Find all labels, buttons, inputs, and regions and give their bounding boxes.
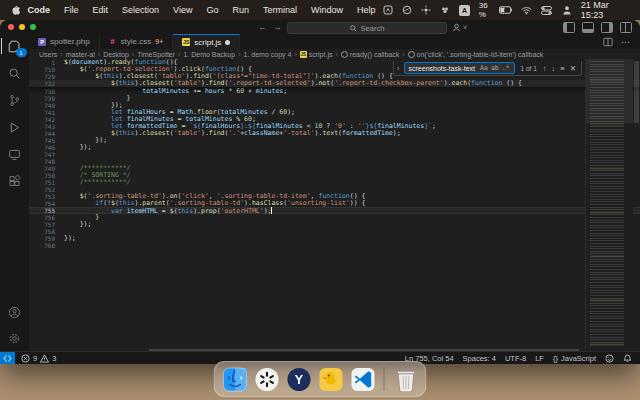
code-line-757[interactable]: 757 }); — [29, 221, 640, 228]
menubar-app-icon-2[interactable] — [402, 5, 412, 16]
search-sidebar-icon[interactable] — [7, 65, 23, 81]
source-control-icon[interactable] — [7, 92, 23, 108]
breadcrumb-item[interactable]: on('click', '.sorting-table-td-item') ca… — [408, 51, 544, 58]
code-line-758[interactable]: 758 — [29, 228, 640, 235]
more-actions-icon[interactable]: ⋯ — [621, 37, 630, 47]
explorer-badge: 1 — [16, 48, 27, 57]
indentation-button[interactable]: Spaces: 4 — [463, 354, 496, 363]
menu-terminal[interactable]: Terminal — [256, 0, 304, 20]
vscode-dock-icon[interactable] — [350, 366, 376, 392]
breadcrumb-item[interactable]: master-al — [66, 51, 95, 58]
battery-indicator[interactable]: 36 % — [479, 1, 513, 19]
code-line-744[interactable]: 744 $(this).closest('table').find('.'+cl… — [29, 130, 640, 137]
code-line-760[interactable]: 760 — [29, 242, 640, 249]
accounts-icon[interactable] — [7, 304, 23, 320]
menu-go[interactable]: Go — [199, 0, 225, 20]
menu-file[interactable]: File — [57, 0, 86, 20]
minimize-window-button[interactable] — [19, 24, 25, 30]
tab-style.css[interactable]: #style.css9+ — [100, 34, 174, 49]
nav-forward-icon[interactable]: → — [273, 22, 282, 32]
feedback-icon[interactable] — [605, 354, 614, 363]
command-center-search[interactable]: Search — [287, 22, 447, 34]
battery-percent-label: 36 % — [479, 1, 496, 19]
profile-button[interactable]: ˅ — [452, 21, 467, 33]
next-match-button[interactable]: ↓ — [552, 64, 556, 73]
breadcrumb-item[interactable]: TimeSpotter — [137, 51, 175, 58]
breadcrumb-item[interactable]: ready() callback — [341, 51, 399, 58]
control-center-icon[interactable] — [541, 5, 552, 16]
language-mode-button[interactable]: {} JavaScript — [553, 354, 596, 363]
run-debug-icon[interactable] — [7, 119, 23, 135]
breadcrumb-item[interactable]: Desktop — [103, 51, 129, 58]
vertical-scrollbar[interactable] — [633, 59, 640, 349]
toggle-secondary-sidebar-icon[interactable] — [601, 22, 613, 33]
menu-edit[interactable]: Edit — [86, 0, 116, 20]
find-input[interactable]: screenshots-task-text Aaab.* — [404, 62, 515, 74]
yandex-browser-dock-icon[interactable]: Y — [286, 366, 312, 392]
menu-app-name[interactable]: Code — [21, 0, 58, 20]
whole-word-toggle[interactable]: ab — [491, 64, 499, 72]
code-line-746[interactable]: 746 }); — [29, 144, 640, 151]
find-expand-chevron-icon[interactable]: › — [397, 64, 400, 73]
remote-explorer-icon[interactable] — [7, 146, 23, 162]
customize-layout-icon[interactable] — [620, 22, 632, 33]
activity-bar: 1 — [0, 34, 30, 352]
nav-back-icon[interactable]: ← — [258, 22, 267, 32]
menu-help[interactable]: Help — [350, 0, 383, 20]
toggle-panel-icon[interactable] — [582, 22, 594, 33]
settings-gear-icon[interactable] — [7, 330, 23, 346]
finder-dock-icon[interactable] — [222, 366, 248, 392]
code-line-751[interactable]: 751 /***********/ — [29, 179, 640, 186]
code-line-732[interactable]: 732 $(this).closest('table').find('.repo… — [29, 80, 640, 87]
zoom-window-button[interactable] — [30, 24, 36, 30]
code-line-745[interactable]: 745 }); — [29, 137, 640, 144]
menubar-clock[interactable]: 21 Mar 15:23 — [581, 0, 630, 20]
menubar-app-icon-1[interactable] — [383, 5, 393, 16]
find-in-selection-button[interactable]: ≡ — [560, 64, 564, 73]
code-line-755[interactable]: 755 var itemHTML = $(this).prop('outerHT… — [29, 207, 640, 214]
breadcrumb-item[interactable]: 1. Demo Backup — [183, 51, 235, 58]
code-line-759[interactable]: 759}); — [29, 235, 640, 242]
php-file-icon: P — [38, 38, 46, 46]
match-case-toggle[interactable]: Aa — [480, 64, 488, 72]
breadcrumb-item[interactable]: JSscript.js — [300, 51, 333, 58]
code-editor[interactable]: 1$(document).ready(function(){710 $('.re… — [29, 59, 640, 349]
explorer-icon[interactable]: 1 — [7, 38, 23, 54]
encoding-button[interactable]: UTF-8 — [505, 354, 526, 363]
profile-icon — [452, 23, 461, 32]
close-find-button[interactable]: ✕ — [570, 64, 576, 73]
menu-window[interactable]: Window — [304, 0, 350, 20]
find-results-count: 1 of 1 — [521, 65, 537, 72]
code-line-756[interactable]: 756 } — [29, 214, 640, 221]
chatgpt-dock-icon[interactable] — [254, 366, 280, 392]
notifications-bell-icon[interactable] — [623, 354, 632, 363]
cyberduck-dock-icon[interactable] — [318, 366, 344, 392]
wifi-icon[interactable] — [521, 5, 532, 16]
tab-spotter.php[interactable]: Pspotter.php — [29, 34, 100, 49]
breadcrumb-item[interactable]: 1. demo copy 4 — [244, 51, 292, 58]
minimap[interactable] — [585, 59, 633, 349]
apple-logo-icon[interactable] — [10, 5, 21, 16]
menu-view[interactable]: View — [166, 0, 199, 20]
regex-toggle[interactable]: .* — [502, 64, 510, 72]
vertical-scrollbar-thumb[interactable] — [634, 61, 639, 123]
menubar-app-icon-4[interactable] — [440, 5, 450, 16]
user-account-icon[interactable] — [561, 5, 571, 16]
menu-run[interactable]: Run — [225, 0, 256, 20]
problems-button[interactable]: 9 3 — [15, 354, 62, 363]
eol-button[interactable]: LF — [535, 354, 544, 363]
keyboard-input-icon[interactable]: A — [459, 5, 469, 16]
previous-match-button[interactable]: ↑ — [543, 64, 547, 73]
remote-indicator-button[interactable] — [0, 352, 15, 364]
menubar-app-icon-3[interactable] — [421, 5, 431, 16]
split-editor-icon[interactable] — [603, 37, 613, 47]
menu-selection[interactable]: Selection — [115, 0, 166, 20]
code-line-747[interactable]: 747 — [29, 151, 640, 158]
toggle-sidebar-icon[interactable] — [563, 22, 575, 33]
close-window-button[interactable] — [8, 24, 14, 30]
breadcrumb-item[interactable]: Users — [39, 51, 57, 58]
trash-dock-icon[interactable] — [393, 366, 419, 392]
extensions-icon[interactable] — [7, 173, 23, 189]
code-text: }); — [64, 221, 91, 228]
tab-script.js[interactable]: JSscript.js — [173, 34, 240, 49]
